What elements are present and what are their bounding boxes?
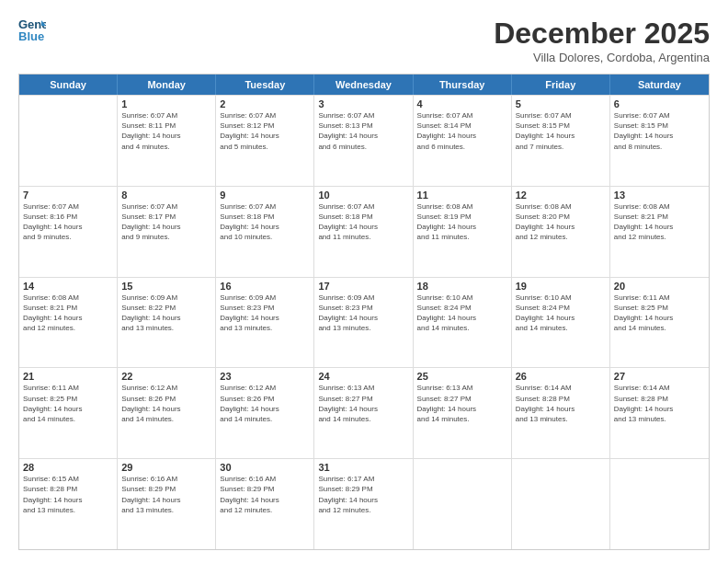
day-number: 22	[121, 371, 211, 382]
calendar-cell: 14Sunrise: 6:08 AM Sunset: 8:21 PM Dayli…	[19, 278, 118, 368]
calendar-cell: 27Sunrise: 6:14 AM Sunset: 8:28 PM Dayli…	[610, 368, 709, 458]
calendar-cell: 29Sunrise: 6:16 AM Sunset: 8:29 PM Dayli…	[118, 459, 216, 549]
calendar-cell: 1Sunrise: 6:07 AM Sunset: 8:11 PM Daylig…	[118, 96, 216, 186]
day-info: Sunrise: 6:13 AM Sunset: 8:27 PM Dayligh…	[318, 383, 408, 424]
calendar-cell: 12Sunrise: 6:08 AM Sunset: 8:20 PM Dayli…	[512, 187, 610, 277]
day-number: 5	[516, 98, 606, 109]
logo: General Blue	[18, 17, 46, 42]
calendar-cell	[19, 96, 118, 186]
calendar-cell: 30Sunrise: 6:16 AM Sunset: 8:29 PM Dayli…	[216, 459, 314, 549]
page: General Blue December 2025 Villa Dolores…	[0, 0, 728, 563]
day-info: Sunrise: 6:09 AM Sunset: 8:23 PM Dayligh…	[220, 293, 310, 334]
calendar-cell: 4Sunrise: 6:07 AM Sunset: 8:14 PM Daylig…	[414, 96, 512, 186]
day-number: 6	[614, 98, 705, 109]
day-info: Sunrise: 6:07 AM Sunset: 8:16 PM Dayligh…	[23, 201, 113, 243]
calendar-body: 1Sunrise: 6:07 AM Sunset: 8:11 PM Daylig…	[19, 95, 709, 549]
day-number: 17	[318, 281, 408, 292]
day-number: 8	[121, 190, 211, 201]
day-number: 2	[220, 98, 310, 109]
calendar-cell: 20Sunrise: 6:11 AM Sunset: 8:25 PM Dayli…	[610, 278, 709, 368]
day-info: Sunrise: 6:12 AM Sunset: 8:26 PM Dayligh…	[220, 383, 310, 424]
logo-icon: General Blue	[18, 17, 46, 42]
calendar-cell: 10Sunrise: 6:07 AM Sunset: 8:18 PM Dayli…	[314, 187, 413, 277]
calendar-cell: 8Sunrise: 6:07 AM Sunset: 8:17 PM Daylig…	[118, 187, 216, 277]
header-day: Sunday	[19, 75, 118, 95]
calendar-cell: 2Sunrise: 6:07 AM Sunset: 8:12 PM Daylig…	[216, 96, 314, 186]
day-info: Sunrise: 6:10 AM Sunset: 8:24 PM Dayligh…	[417, 293, 507, 334]
day-info: Sunrise: 6:10 AM Sunset: 8:24 PM Dayligh…	[516, 293, 606, 334]
day-info: Sunrise: 6:12 AM Sunset: 8:26 PM Dayligh…	[121, 383, 211, 424]
day-info: Sunrise: 6:07 AM Sunset: 8:15 PM Dayligh…	[516, 110, 606, 152]
subtitle: Villa Dolores, Cordoba, Argentina	[494, 51, 710, 64]
day-number: 9	[220, 190, 310, 201]
day-number: 20	[614, 281, 705, 292]
day-info: Sunrise: 6:07 AM Sunset: 8:14 PM Dayligh…	[417, 110, 507, 152]
day-number: 26	[516, 371, 606, 382]
day-number: 11	[417, 190, 507, 201]
calendar-cell: 21Sunrise: 6:11 AM Sunset: 8:25 PM Dayli…	[19, 368, 118, 458]
day-info: Sunrise: 6:07 AM Sunset: 8:15 PM Dayligh…	[614, 110, 705, 152]
calendar-cell: 22Sunrise: 6:12 AM Sunset: 8:26 PM Dayli…	[118, 368, 216, 458]
header-day: Thursday	[414, 75, 512, 95]
svg-text:Blue: Blue	[18, 29, 44, 42]
calendar-cell: 31Sunrise: 6:17 AM Sunset: 8:29 PM Dayli…	[314, 459, 413, 549]
calendar-cell: 24Sunrise: 6:13 AM Sunset: 8:27 PM Dayli…	[314, 368, 413, 458]
day-info: Sunrise: 6:09 AM Sunset: 8:22 PM Dayligh…	[121, 293, 211, 334]
day-info: Sunrise: 6:14 AM Sunset: 8:28 PM Dayligh…	[516, 383, 606, 424]
calendar-row: 28Sunrise: 6:15 AM Sunset: 8:28 PM Dayli…	[19, 458, 709, 549]
calendar-row: 14Sunrise: 6:08 AM Sunset: 8:21 PM Dayli…	[19, 277, 709, 368]
calendar-cell: 25Sunrise: 6:13 AM Sunset: 8:27 PM Dayli…	[414, 368, 512, 458]
day-number: 21	[23, 371, 113, 382]
day-number: 16	[220, 281, 310, 292]
day-number: 3	[318, 98, 408, 109]
day-info: Sunrise: 6:07 AM Sunset: 8:12 PM Dayligh…	[220, 110, 310, 152]
day-info: Sunrise: 6:15 AM Sunset: 8:28 PM Dayligh…	[23, 474, 113, 515]
day-info: Sunrise: 6:07 AM Sunset: 8:18 PM Dayligh…	[220, 201, 310, 243]
day-info: Sunrise: 6:16 AM Sunset: 8:29 PM Dayligh…	[220, 474, 310, 515]
day-number: 14	[23, 281, 113, 292]
day-info: Sunrise: 6:09 AM Sunset: 8:23 PM Dayligh…	[318, 293, 408, 334]
header-day: Wednesday	[314, 75, 413, 95]
calendar-cell: 7Sunrise: 6:07 AM Sunset: 8:16 PM Daylig…	[19, 187, 118, 277]
day-number: 28	[23, 462, 113, 473]
title-block: December 2025 Villa Dolores, Cordoba, Ar…	[494, 17, 710, 64]
calendar-cell: 26Sunrise: 6:14 AM Sunset: 8:28 PM Dayli…	[512, 368, 610, 458]
day-info: Sunrise: 6:08 AM Sunset: 8:20 PM Dayligh…	[516, 201, 606, 243]
day-info: Sunrise: 6:07 AM Sunset: 8:18 PM Dayligh…	[318, 201, 408, 243]
day-info: Sunrise: 6:14 AM Sunset: 8:28 PM Dayligh…	[614, 383, 705, 424]
calendar-cell: 17Sunrise: 6:09 AM Sunset: 8:23 PM Dayli…	[314, 278, 413, 368]
day-info: Sunrise: 6:11 AM Sunset: 8:25 PM Dayligh…	[23, 383, 113, 424]
header-day: Saturday	[610, 75, 709, 95]
calendar-cell: 15Sunrise: 6:09 AM Sunset: 8:22 PM Dayli…	[118, 278, 216, 368]
calendar-cell: 18Sunrise: 6:10 AM Sunset: 8:24 PM Dayli…	[414, 278, 512, 368]
day-info: Sunrise: 6:17 AM Sunset: 8:29 PM Dayligh…	[318, 474, 408, 515]
day-number: 23	[220, 371, 310, 382]
calendar-cell: 13Sunrise: 6:08 AM Sunset: 8:21 PM Dayli…	[610, 187, 709, 277]
calendar-row: 21Sunrise: 6:11 AM Sunset: 8:25 PM Dayli…	[19, 367, 709, 458]
day-number: 25	[417, 371, 507, 382]
day-info: Sunrise: 6:13 AM Sunset: 8:27 PM Dayligh…	[417, 383, 507, 424]
calendar-cell	[512, 459, 610, 549]
calendar-row: 1Sunrise: 6:07 AM Sunset: 8:11 PM Daylig…	[19, 95, 709, 186]
day-number: 13	[614, 190, 705, 201]
calendar-cell: 9Sunrise: 6:07 AM Sunset: 8:18 PM Daylig…	[216, 187, 314, 277]
calendar-row: 7Sunrise: 6:07 AM Sunset: 8:16 PM Daylig…	[19, 186, 709, 277]
day-info: Sunrise: 6:16 AM Sunset: 8:29 PM Dayligh…	[121, 474, 211, 515]
calendar-cell: 16Sunrise: 6:09 AM Sunset: 8:23 PM Dayli…	[216, 278, 314, 368]
day-number: 19	[516, 281, 606, 292]
month-title: December 2025	[494, 17, 710, 51]
day-number: 10	[318, 190, 408, 201]
header-day: Tuesday	[216, 75, 314, 95]
day-number: 7	[23, 190, 113, 201]
header-day: Monday	[118, 75, 216, 95]
calendar-cell	[414, 459, 512, 549]
calendar-cell: 11Sunrise: 6:08 AM Sunset: 8:19 PM Dayli…	[414, 187, 512, 277]
day-number: 30	[220, 462, 310, 473]
calendar-cell: 28Sunrise: 6:15 AM Sunset: 8:28 PM Dayli…	[19, 459, 118, 549]
day-info: Sunrise: 6:07 AM Sunset: 8:11 PM Dayligh…	[121, 110, 211, 152]
header: General Blue December 2025 Villa Dolores…	[18, 17, 710, 64]
day-number: 15	[121, 281, 211, 292]
day-info: Sunrise: 6:07 AM Sunset: 8:17 PM Dayligh…	[121, 201, 211, 243]
day-info: Sunrise: 6:08 AM Sunset: 8:21 PM Dayligh…	[23, 293, 113, 334]
calendar-cell	[610, 459, 709, 549]
